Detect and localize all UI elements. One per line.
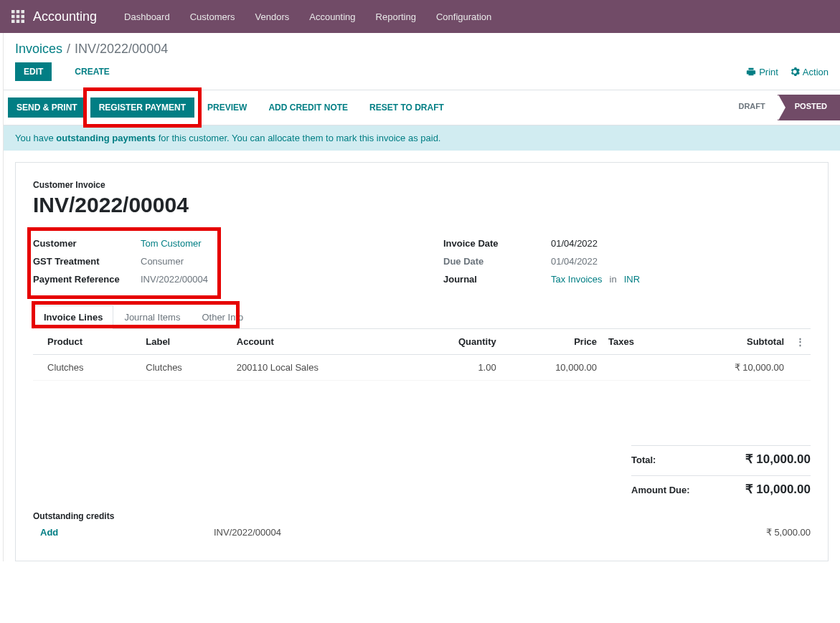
total-label: Total: [631,455,656,465]
outstanding-row: Add INV/2022/00004 ₹ 5,000.00 [33,521,811,543]
nav-accounting[interactable]: Accounting [299,11,365,22]
preview-button[interactable]: PREVIEW [199,98,255,118]
nav-dashboard[interactable]: Dashboard [114,11,180,22]
status-draft[interactable]: DRAFT [725,95,778,120]
create-button[interactable]: CREATE [66,62,118,81]
col-account: Account [231,329,408,355]
svg-rect-3 [11,15,15,19]
alert-outstanding: You have outstanding payments for this c… [4,125,840,151]
svg-rect-2 [22,10,25,14]
col-label: Label [140,329,230,355]
apps-icon[interactable] [11,10,24,23]
gst-label: GST Treatment [33,256,141,267]
due-date-value: 01/04/2022 [551,256,598,267]
customer-value[interactable]: Tom Customer [141,238,202,249]
outstanding-add-button[interactable]: Add [33,527,214,538]
alert-bold: outstanding payments [56,133,156,143]
gst-value: Consumer [141,256,184,267]
status-posted[interactable]: POSTED [778,95,840,120]
amount-due-value: ₹ 10,000.00 [745,482,811,497]
col-product: Product [33,329,140,355]
svg-rect-0 [11,10,15,14]
alert-pre: You have [15,133,56,143]
print-button[interactable]: Print [746,67,778,77]
nav-configuration[interactable]: Configuration [426,11,501,22]
svg-rect-1 [16,10,20,14]
invoice-name: INV/2022/00004 [33,193,811,217]
alert-post: for this customer. You can allocate them… [156,133,440,143]
journal-in: in [610,274,617,285]
breadcrumb-root[interactable]: Invoices [15,42,62,57]
svg-rect-7 [16,20,20,24]
action-button[interactable]: Action [790,67,829,77]
cell-account: 200110 Local Sales [231,355,408,381]
col-quantity: Quantity [408,329,502,355]
cell-taxes [603,355,674,381]
outstanding-amount: ₹ 5,000.00 [766,527,811,538]
cell-label: Clutches [140,355,230,381]
form-sheet: Customer Invoice INV/2022/00004 Customer… [15,162,829,561]
payref-value: INV/2022/00004 [141,274,208,285]
journal-label: Journal [443,274,551,285]
nav-vendors[interactable]: Vendors [245,11,300,22]
send-print-button[interactable]: SEND & PRINT [8,98,86,118]
due-date-label: Due Date [443,256,551,267]
edit-button[interactable]: EDIT [15,62,52,81]
cell-quantity: 1.00 [408,355,502,381]
navbar: Accounting Dashboard Customers Vendors A… [0,0,840,33]
tab-invoice-lines[interactable]: Invoice Lines [33,305,113,329]
toolbar: EDIT CREATE Print Action [4,60,840,90]
outstanding-title: Outstanding credits [33,511,811,521]
reset-to-draft-button[interactable]: RESET TO DRAFT [361,98,453,118]
amount-due-label: Amount Due: [631,485,690,495]
journal-currency[interactable]: INR [624,274,640,285]
invoice-date-label: Invoice Date [443,238,551,249]
outstanding-ref: INV/2022/00004 [214,527,766,538]
status-bar: DRAFT POSTED [725,95,840,120]
customer-label: Customer [33,238,141,249]
nav-reporting[interactable]: Reporting [366,11,426,22]
print-icon [746,67,756,77]
col-menu-icon[interactable]: ⋮ [790,329,811,355]
cell-product: Clutches [33,355,140,381]
col-subtotal: Subtotal [674,329,790,355]
svg-rect-6 [11,20,15,24]
tabs: Invoice Lines Journal Items Other Info [33,305,811,329]
print-label: Print [759,67,778,77]
tab-other-info[interactable]: Other Info [191,305,254,328]
add-credit-note-button[interactable]: ADD CREDIT NOTE [260,98,357,118]
gear-icon [790,67,800,77]
breadcrumb: Invoices / INV/2022/00004 [4,33,840,60]
invoice-date-value: 01/04/2022 [551,238,598,249]
col-taxes: Taxes [603,329,674,355]
action-label: Action [803,67,829,77]
table-row[interactable]: Clutches Clutches 200110 Local Sales 1.0… [33,355,811,381]
totals: Total: ₹ 10,000.00 Amount Due: ₹ 10,000.… [33,445,811,497]
journal-value[interactable]: Tax Invoices [551,274,603,285]
tab-journal-items[interactable]: Journal Items [113,305,191,328]
action-bar: SEND & PRINT REGISTER PAYMENT PREVIEW AD… [4,90,840,125]
cell-price: 10,000.00 [502,355,603,381]
brand[interactable]: Accounting [33,9,97,24]
payref-label: Payment Reference [33,274,141,285]
total-value: ₹ 10,000.00 [745,452,811,467]
nav-customers[interactable]: Customers [180,11,245,22]
breadcrumb-leaf: INV/2022/00004 [75,42,168,57]
svg-rect-8 [22,20,25,24]
register-payment-button[interactable]: REGISTER PAYMENT [90,98,194,118]
invoice-kind: Customer Invoice [33,180,811,190]
cell-subtotal: ₹ 10,000.00 [674,355,790,381]
col-price: Price [502,329,603,355]
invoice-lines-table: Product Label Account Quantity Price Tax… [33,329,811,381]
breadcrumb-separator: / [67,42,70,57]
svg-rect-4 [16,15,20,19]
svg-rect-5 [22,15,25,19]
